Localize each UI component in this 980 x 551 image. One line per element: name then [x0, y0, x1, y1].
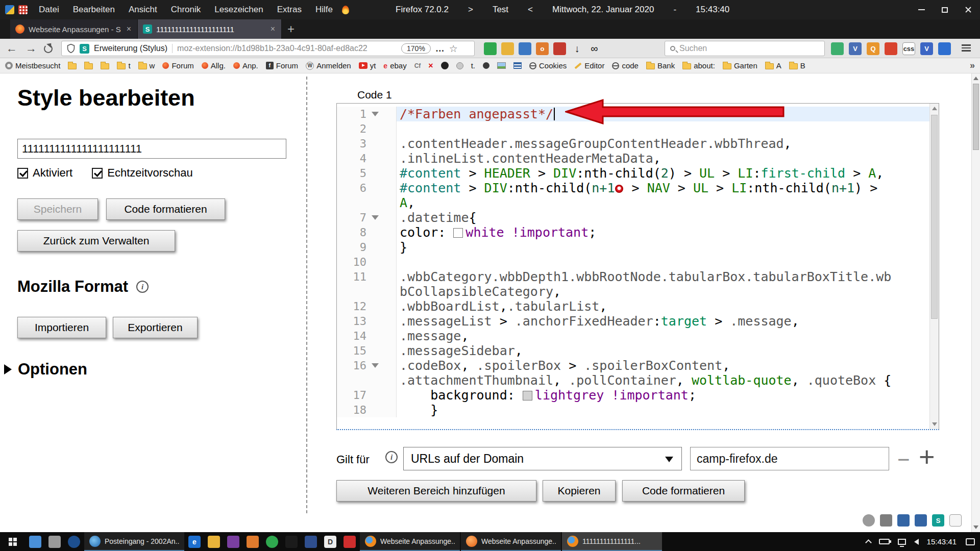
- taskbar-pinned-icon[interactable]: [204, 532, 224, 551]
- tab-close-icon[interactable]: ×: [126, 24, 132, 34]
- taskbar-pinned-icon[interactable]: [243, 532, 262, 551]
- bookmark-item[interactable]: Cookies: [529, 61, 567, 70]
- color-swatch-lightgrey[interactable]: [523, 391, 532, 400]
- taskbar-window-button[interactable]: 111111111111111...: [562, 532, 662, 551]
- overlay-tray-icon[interactable]: [897, 514, 910, 527]
- url-bar[interactable]: S Erweiterung (Stylus) moz-extension://b…: [61, 41, 475, 56]
- tray-clock[interactable]: 15:43:41: [927, 537, 957, 546]
- domain-input[interactable]: [690, 447, 889, 470]
- code-line[interactable]: }: [397, 403, 929, 417]
- code-line[interactable]: .datetime{: [397, 210, 929, 225]
- tab-close-icon[interactable]: ×: [270, 24, 276, 34]
- format-code-button[interactable]: Code formatieren: [622, 480, 745, 502]
- bookmark-item[interactable]: Cf: [414, 62, 421, 69]
- code-line[interactable]: .codeBox, .spoilerBox > .spoilerBoxConte…: [397, 358, 929, 373]
- toolbar-extension-icon[interactable]: [519, 42, 531, 55]
- copy-button[interactable]: Kopieren: [543, 480, 616, 502]
- bookmark-item[interactable]: Bank: [646, 61, 675, 70]
- enabled-checkbox[interactable]: Aktiviert: [17, 166, 72, 180]
- zoom-level-badge[interactable]: 170%: [401, 43, 431, 54]
- code-line[interactable]: color: white !important;: [397, 225, 929, 240]
- bookmark-item[interactable]: [456, 62, 463, 69]
- code-line[interactable]: A,: [397, 195, 929, 210]
- bookmarks-overflow-icon[interactable]: »: [970, 60, 975, 71]
- toolbar-extension-icon[interactable]: [831, 42, 844, 55]
- remove-applies-button[interactable]: −: [897, 449, 910, 470]
- save-button[interactable]: Speichern: [17, 198, 98, 220]
- add-section-button[interactable]: Weiteren Bereich hinzufügen: [336, 480, 536, 502]
- export-button[interactable]: Exportieren: [113, 317, 198, 338]
- editor-scrollbar[interactable]: [929, 104, 939, 429]
- bookmark-item[interactable]: code: [612, 61, 639, 70]
- format-code-button[interactable]: Code formatieren: [106, 198, 225, 220]
- scroll-up-icon[interactable]: [932, 107, 937, 110]
- menu-hamburger-icon[interactable]: [962, 44, 971, 53]
- url-text[interactable]: moz-extension://b1d98b1b-23a0-4c91-80af-…: [177, 44, 397, 53]
- taskbar-pinned-icon[interactable]: D: [321, 532, 340, 551]
- add-applies-button[interactable]: +: [919, 443, 935, 470]
- taskbar-window-button[interactable]: Webseite Anpassunge...: [360, 532, 460, 551]
- toolbar-extension-icon[interactable]: V: [849, 42, 862, 55]
- applies-to-dropdown[interactable]: URLs auf der Domain: [403, 447, 682, 470]
- bookmark-item[interactable]: Forum: [162, 61, 193, 70]
- overlay-tray-icon[interactable]: [949, 514, 962, 527]
- bookmark-item[interactable]: [68, 62, 77, 69]
- menubar-item-chronik[interactable]: Chronik: [171, 5, 201, 15]
- overlay-tray-icon[interactable]: [880, 514, 892, 527]
- bookmark-item[interactable]: [497, 62, 506, 69]
- bookmark-item[interactable]: Allg.: [202, 61, 226, 70]
- bookmark-item[interactable]: B: [789, 61, 805, 70]
- import-button[interactable]: Importieren: [17, 317, 106, 338]
- bookmark-item[interactable]: A: [765, 61, 781, 70]
- bookmark-item[interactable]: [513, 62, 522, 69]
- battery-icon[interactable]: [879, 539, 890, 544]
- checkbox-checked-icon[interactable]: [17, 168, 28, 179]
- code-line[interactable]: background: lightgrey !important;: [397, 388, 929, 403]
- code-line[interactable]: .attachmentThumbnail, .pollContainer, wo…: [397, 373, 929, 388]
- toolbar-extension-icon[interactable]: [553, 42, 566, 55]
- disclosure-triangle-icon[interactable]: [4, 364, 12, 374]
- scrollbar-thumb[interactable]: [931, 115, 938, 319]
- taskbar-window-button[interactable]: Posteingang - 2002An...: [84, 532, 184, 551]
- toolbar-extension-icon[interactable]: [938, 42, 951, 55]
- scroll-up-icon[interactable]: [973, 77, 978, 80]
- search-input[interactable]: [679, 44, 819, 53]
- bookmark-item[interactable]: ×: [428, 61, 433, 70]
- fold-toggle-icon[interactable]: [372, 215, 379, 220]
- browser-tab[interactable]: S111111111111111111111×: [138, 19, 282, 39]
- bookmark-item[interactable]: eebay: [383, 61, 406, 70]
- bookmark-item[interactable]: Anp.: [233, 61, 258, 70]
- start-button[interactable]: [0, 532, 26, 551]
- menubar-item-hilfe[interactable]: Hilfe: [315, 5, 333, 15]
- color-swatch-white[interactable]: [453, 228, 463, 238]
- taskbar-pinned-icon[interactable]: [45, 532, 64, 551]
- bookmark-item[interactable]: [101, 62, 109, 69]
- session-addon-icon[interactable]: [5, 5, 14, 14]
- bookmark-item[interactable]: about:: [682, 61, 715, 70]
- code-line[interactable]: .inlineList.contentHeaderMetaData,: [397, 151, 929, 166]
- code-line[interactable]: }: [397, 240, 929, 255]
- taskbar-pinned-icon[interactable]: [301, 532, 321, 551]
- menubar-item-bearbeiten[interactable]: Bearbeiten: [73, 5, 115, 15]
- bookmark-item[interactable]: fForum: [266, 61, 298, 70]
- taskbar-pinned-icon[interactable]: [64, 532, 84, 551]
- taskbar-window-button[interactable]: Webseite Anpassunge...: [461, 532, 561, 551]
- code-line[interactable]: .messageSidebar,: [397, 343, 929, 358]
- bookmark-item[interactable]: w: [138, 61, 155, 70]
- style-name-input[interactable]: [17, 139, 286, 159]
- code-line[interactable]: #content > DIV:nth-child(n+1 > NAV > UL …: [397, 181, 929, 195]
- bookmark-item[interactable]: t.: [471, 61, 475, 70]
- back-to-manage-button[interactable]: Zurück zum Verwalten: [17, 230, 175, 252]
- notification-center-icon[interactable]: [966, 538, 975, 545]
- scrollbar-thumb[interactable]: [973, 84, 979, 150]
- bookmark-item[interactable]: t: [117, 61, 130, 70]
- overlay-tray-icon[interactable]: S: [932, 514, 944, 527]
- menubar-item-ansicht[interactable]: Ansicht: [129, 5, 157, 15]
- toolbar-extension-icon[interactable]: [885, 42, 897, 55]
- bookmark-item[interactable]: yt: [359, 61, 376, 70]
- taskbar-pinned-icon[interactable]: [262, 532, 282, 551]
- shield-icon[interactable]: [67, 44, 75, 53]
- checkbox-checked-icon[interactable]: [92, 168, 103, 179]
- fold-toggle-icon[interactable]: [372, 112, 379, 116]
- grid-addon-icon[interactable]: [18, 5, 28, 14]
